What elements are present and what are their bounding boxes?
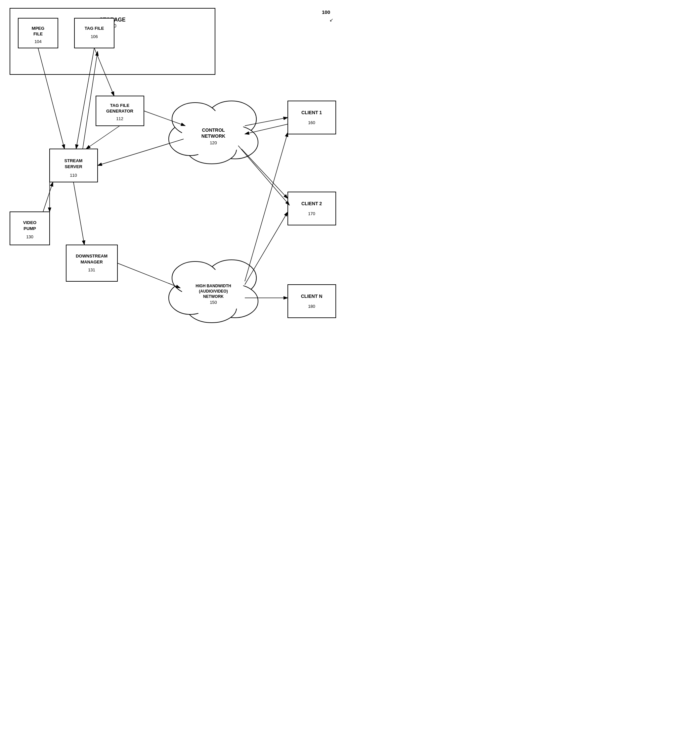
svg-line-67 bbox=[118, 263, 180, 288]
svg-text:110: 110 bbox=[70, 173, 77, 178]
svg-point-44 bbox=[182, 270, 245, 316]
svg-point-33 bbox=[172, 103, 218, 136]
svg-text:130: 130 bbox=[26, 234, 33, 239]
svg-line-62 bbox=[86, 126, 120, 149]
svg-text:GENERATOR: GENERATOR bbox=[106, 109, 133, 113]
svg-text:STREAM: STREAM bbox=[65, 158, 83, 163]
svg-text:131: 131 bbox=[88, 268, 95, 272]
svg-text:170: 170 bbox=[308, 211, 315, 216]
svg-text:150: 150 bbox=[210, 300, 217, 305]
svg-line-71 bbox=[238, 146, 290, 205]
svg-rect-49 bbox=[288, 101, 336, 134]
svg-text:SERVER: SERVER bbox=[65, 164, 82, 169]
svg-text:VIDEO: VIDEO bbox=[23, 220, 36, 225]
svg-rect-2 bbox=[10, 8, 215, 74]
svg-text:MANAGER: MANAGER bbox=[80, 260, 103, 265]
svg-point-32 bbox=[169, 122, 212, 156]
svg-rect-24 bbox=[66, 245, 118, 281]
svg-point-34 bbox=[182, 111, 245, 157]
svg-point-30 bbox=[212, 126, 258, 159]
svg-rect-20 bbox=[10, 212, 50, 245]
svg-text:CLIENT 2: CLIENT 2 bbox=[302, 201, 322, 206]
svg-text:FILE: FILE bbox=[33, 32, 43, 36]
svg-rect-5 bbox=[18, 18, 58, 48]
svg-text:TAG FILE: TAG FILE bbox=[85, 26, 104, 31]
svg-text:CLIENT 1: CLIENT 1 bbox=[302, 110, 322, 115]
svg-line-65 bbox=[43, 182, 53, 212]
svg-text:NETWORK: NETWORK bbox=[203, 294, 223, 299]
svg-text:MPEG: MPEG bbox=[32, 26, 44, 31]
svg-text:PUMP: PUMP bbox=[24, 226, 36, 231]
svg-text:112: 112 bbox=[116, 116, 124, 121]
svg-rect-55 bbox=[288, 285, 336, 318]
svg-point-28 bbox=[175, 107, 235, 151]
svg-point-43 bbox=[172, 262, 218, 295]
svg-text:(AUDIO/VIDEO): (AUDIO/VIDEO) bbox=[199, 289, 228, 293]
svg-text:120: 120 bbox=[210, 140, 217, 145]
svg-text:STORAGE: STORAGE bbox=[100, 17, 126, 23]
svg-point-39 bbox=[207, 260, 256, 296]
svg-text:HIGH BANDWIDTH: HIGH BANDWIDTH bbox=[196, 284, 231, 288]
diagram-reference-arrow: ↙ bbox=[329, 17, 333, 23]
svg-line-63 bbox=[144, 111, 185, 126]
svg-text:160: 160 bbox=[308, 120, 315, 125]
svg-line-66 bbox=[74, 182, 84, 245]
svg-point-31 bbox=[187, 134, 237, 164]
diagram: 100 ↙ STORAGE 140 MPEG FILE 104 TAG FILE… bbox=[0, 0, 350, 374]
svg-line-68 bbox=[245, 118, 288, 126]
svg-point-40 bbox=[212, 285, 258, 318]
svg-line-75 bbox=[98, 139, 184, 165]
svg-line-73 bbox=[245, 212, 288, 285]
svg-line-72 bbox=[245, 132, 288, 281]
svg-point-42 bbox=[169, 281, 212, 315]
svg-text:DOWNSTREAM: DOWNSTREAM bbox=[76, 254, 107, 259]
svg-line-70 bbox=[241, 149, 288, 198]
svg-point-29 bbox=[207, 101, 256, 138]
diagram-reference-number: 100 bbox=[322, 9, 330, 15]
svg-text:104: 104 bbox=[35, 39, 42, 44]
svg-line-59 bbox=[76, 48, 94, 149]
svg-rect-16 bbox=[50, 149, 98, 182]
svg-text:CLIENT N: CLIENT N bbox=[301, 293, 323, 299]
svg-point-41 bbox=[187, 293, 237, 323]
svg-line-61 bbox=[83, 51, 98, 149]
svg-text:140: 140 bbox=[109, 23, 116, 29]
svg-line-58 bbox=[38, 48, 65, 149]
svg-text:106: 106 bbox=[91, 34, 98, 39]
svg-text:CONTROL: CONTROL bbox=[202, 127, 225, 133]
svg-rect-9 bbox=[74, 18, 114, 48]
svg-text:TAG FILE: TAG FILE bbox=[110, 103, 130, 108]
svg-point-38 bbox=[175, 266, 235, 310]
svg-rect-12 bbox=[96, 96, 144, 126]
svg-text:NETWORK: NETWORK bbox=[201, 133, 225, 139]
svg-text:180: 180 bbox=[308, 304, 315, 309]
svg-line-69 bbox=[245, 124, 288, 134]
svg-line-60 bbox=[94, 48, 114, 96]
svg-rect-52 bbox=[288, 192, 336, 225]
